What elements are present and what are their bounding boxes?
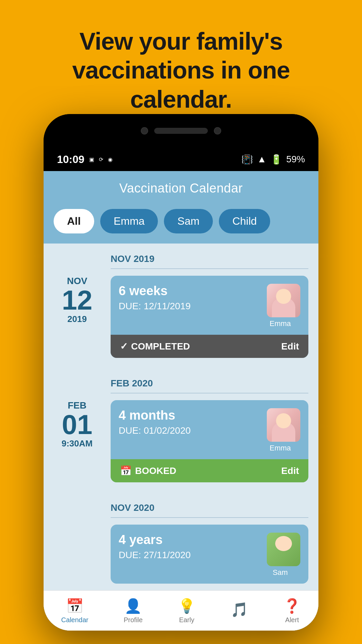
vax-card-body-4months: 4 months DUE: 01/02/2020 Emma	[111, 400, 308, 459]
month-label-feb2020: FEB 2020	[111, 378, 308, 393]
filter-emma[interactable]: Emma	[100, 209, 158, 233]
camera-dot-left	[141, 127, 148, 135]
profile-nav-label: Profile	[124, 616, 143, 624]
help-nav-label: Alert	[285, 616, 299, 624]
vibrate-icon: 📳	[241, 154, 253, 165]
content-area[interactable]: NOV 2019 NOV 12 2019 6 weeks DUE: 12/11/…	[44, 244, 318, 631]
status-bar: 10:09 ▣ ⟳ ◉ 📳 ▲ 🔋 59%	[44, 148, 318, 171]
emma-name-1: Emma	[269, 319, 291, 328]
booked-text: 📅 BOOKED	[120, 465, 176, 476]
completed-text: ✓ COMPLETED	[120, 341, 190, 352]
filter-bar: All Emma Sam Child	[44, 202, 318, 244]
date-col-nov12: NOV 12 2019	[50, 276, 104, 324]
month-section-feb2020: FEB 2020 FEB 01 9:30AM 4 months DUE: 01/…	[44, 368, 318, 482]
month-label-nov2020: NOV 2020	[111, 502, 308, 518]
speaker	[154, 128, 208, 134]
music-nav-icon: 🎵	[231, 601, 248, 618]
date-day-01: 01	[50, 411, 104, 438]
early-nav-label: Early	[179, 616, 194, 624]
date-time-930: 9:30AM	[50, 438, 104, 449]
hero-section: View your family's vaccinations in one c…	[0, 0, 362, 130]
app-title: Vaccination Calendar	[119, 181, 243, 195]
filter-child[interactable]: Child	[219, 209, 270, 233]
nav-help[interactable]: ❓ Alert	[283, 598, 301, 624]
status-left: 10:09 ▣ ⟳ ◉	[57, 153, 113, 166]
month-label-nov2019: NOV 2019	[111, 254, 308, 269]
date-day-12: 12	[50, 286, 104, 314]
early-nav-icon: 💡	[178, 598, 195, 614]
vax-card-4years[interactable]: 4 years DUE: 27/11/2020 Sam	[111, 525, 308, 584]
bottom-nav: 📅 Calendar 👤 Profile 💡 Early 🎵 ❓ Alert	[44, 590, 318, 631]
date-col-feb01: FEB 01 9:30AM	[50, 400, 104, 449]
nav-early[interactable]: 💡 Early	[178, 598, 195, 624]
phone-notch	[44, 114, 318, 148]
vax-status-booked: 📅 BOOKED Edit	[111, 459, 308, 482]
battery-icon: 🔋	[270, 154, 282, 165]
hero-title: View your family's vaccinations in one c…	[27, 27, 335, 114]
nav-profile[interactable]: 👤 Profile	[124, 598, 143, 624]
nav-music[interactable]: 🎵	[231, 601, 248, 620]
wifi-icon: ▲	[257, 154, 266, 165]
phone-frame: 10:09 ▣ ⟳ ◉ 📳 ▲ 🔋 59% Vaccination Calend…	[44, 114, 318, 631]
vax-due-6weeks: DUE: 12/11/2019	[119, 301, 260, 312]
entry-row-nov12: NOV 12 2019 6 weeks DUE: 12/11/2019	[111, 276, 308, 358]
entry-row-4years: 4 years DUE: 27/11/2020 Sam	[111, 525, 308, 584]
month-section-nov2019: NOV 2019 NOV 12 2019 6 weeks DUE: 12/11/…	[44, 244, 318, 358]
vax-age-4months: 4 months	[119, 408, 260, 423]
nav-calendar[interactable]: 📅 Calendar	[61, 598, 88, 624]
check-icon: ✓	[120, 341, 128, 352]
emma-name-2: Emma	[269, 444, 291, 452]
edit-button-1[interactable]: Edit	[281, 341, 299, 352]
vax-card-body-4years: 4 years DUE: 27/11/2020 Sam	[111, 525, 308, 584]
filter-all[interactable]: All	[54, 209, 94, 233]
status-time: 10:09	[57, 153, 84, 166]
month-section-nov2020: NOV 2020 4 years DUE: 27/11/2020 S	[44, 492, 318, 584]
vax-card-4months[interactable]: 4 months DUE: 01/02/2020 Emma 📅	[111, 400, 308, 482]
filter-sam[interactable]: Sam	[164, 209, 213, 233]
help-nav-icon: ❓	[283, 598, 301, 614]
entry-row-feb01: FEB 01 9:30AM 4 months DUE: 01/02/2020	[111, 400, 308, 482]
vax-info-6weeks: 6 weeks DUE: 12/11/2019	[119, 284, 260, 312]
vax-status-completed: ✓ COMPLETED Edit	[111, 335, 308, 358]
status-icon-screen: ▣	[89, 156, 94, 163]
battery-percent: 59%	[286, 154, 305, 165]
avatar-emma-1: Emma	[260, 284, 300, 328]
profile-nav-icon: 👤	[124, 598, 142, 614]
app-screen: Vaccination Calendar All Emma Sam Child …	[44, 171, 318, 631]
status-icons-right: 📳 ▲ 🔋 59%	[241, 154, 305, 165]
vax-card-body-6weeks: 6 weeks DUE: 12/11/2019 Emma	[111, 276, 308, 335]
edit-button-2[interactable]: Edit	[281, 466, 299, 476]
vax-info-4months: 4 months DUE: 01/02/2020	[119, 408, 260, 436]
date-year-2019: 2019	[50, 314, 104, 324]
sam-avatar	[267, 533, 300, 566]
vax-age-6weeks: 6 weeks	[119, 284, 260, 298]
vax-due-4months: DUE: 01/02/2020	[119, 425, 260, 436]
app-header: Vaccination Calendar	[44, 171, 318, 202]
calendar-nav-icon: 📅	[66, 598, 83, 614]
calendar-icon: 📅	[120, 465, 132, 476]
camera-dot-right	[214, 127, 221, 135]
status-icon-share: ⟳	[99, 156, 103, 163]
avatar-sam: Sam	[260, 533, 300, 577]
camera-area	[141, 127, 221, 135]
sam-name: Sam	[273, 568, 288, 577]
status-icon-chrome: ◉	[108, 156, 113, 163]
emma-avatar-1	[267, 284, 300, 317]
avatar-emma-2: Emma	[260, 408, 300, 452]
vax-due-4years: DUE: 27/11/2020	[119, 550, 260, 560]
calendar-nav-label: Calendar	[61, 616, 88, 624]
vax-age-4years: 4 years	[119, 533, 260, 547]
vax-card-6weeks[interactable]: 6 weeks DUE: 12/11/2019 Emma ✓ CO	[111, 276, 308, 358]
emma-avatar-2	[267, 408, 300, 442]
vax-info-4years: 4 years DUE: 27/11/2020	[119, 533, 260, 560]
